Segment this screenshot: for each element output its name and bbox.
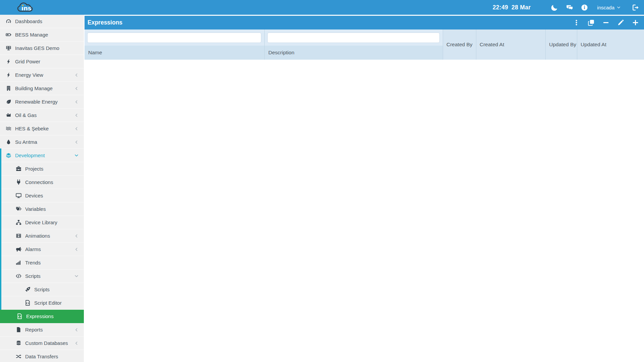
sidebar-item-scripts[interactable]: Scripts <box>0 269 84 283</box>
file-code-icon <box>24 300 31 306</box>
sidebar-item-label: Building Manage <box>15 85 53 91</box>
sidebar-item-reports[interactable]: Reports <box>0 323 84 337</box>
solar-panel-icon <box>5 45 12 51</box>
sidebar-item-label: Su Arıtma <box>15 139 37 145</box>
sidebar-item-label: Data Transfers <box>25 354 58 359</box>
chevron-left-icon <box>74 341 78 345</box>
chevron-left-icon <box>74 140 78 144</box>
chevron-left-icon <box>74 73 78 77</box>
hamburger-menu-icon[interactable] <box>3 3 11 11</box>
toolbar-plus-button[interactable] <box>632 19 639 26</box>
logout-icon[interactable] <box>631 3 639 11</box>
chevron-left-icon <box>74 127 78 131</box>
sidebar-item-data-transfers[interactable]: Data Transfers <box>0 350 84 362</box>
chevron-left-icon <box>74 100 78 104</box>
sidebar-item-development[interactable]: Development <box>0 149 84 162</box>
column-header-updated-by[interactable]: Updated By <box>545 29 577 60</box>
toolbar-ellipsis-v-button[interactable] <box>573 19 580 26</box>
info-icon[interactable] <box>580 3 588 11</box>
sidebar-item-label: Development <box>15 153 45 158</box>
messages-chat-icon[interactable] <box>566 3 574 11</box>
sidebar-item-label: Scripts <box>25 273 41 279</box>
toolbar-minus-button[interactable] <box>602 19 609 26</box>
sidebar-item-su-ar-tma[interactable]: Su Arıtma <box>0 135 84 149</box>
topbar: ıns 22:4928 Mar inscada <box>0 0 644 15</box>
plug-icon <box>15 179 22 185</box>
table-body-empty <box>85 60 644 362</box>
column-header-name[interactable]: Name <box>85 46 264 60</box>
chevron-down-icon <box>74 154 78 158</box>
sidebar-item-connections[interactable]: Connections <box>0 176 84 189</box>
sidebar-item-label: Scripts <box>34 287 50 292</box>
panel-header: Expressions <box>85 16 644 29</box>
table-header-row: NameDescriptionCreated ByCreated AtUpdat… <box>85 29 644 60</box>
code-icon <box>15 273 22 279</box>
monitor-icon <box>15 193 22 198</box>
sidebar-item-dashboards[interactable]: Dashboards <box>0 15 84 28</box>
column-header-updated-at[interactable]: Updated At <box>577 29 644 60</box>
sidebar-item-devices[interactable]: Devices <box>0 189 84 202</box>
sidebar-item-label: Projects <box>25 166 43 172</box>
sidebar-item-label: Dashboards <box>15 18 42 24</box>
sidebar-item-label: Inavitas GES Demo <box>15 45 59 51</box>
user-menu-label: inscada <box>597 5 614 10</box>
sidebar-item-hes-ebeke[interactable]: HES & Şebeke <box>0 122 84 135</box>
dark-mode-moon-icon[interactable] <box>550 3 558 11</box>
sidebar-menu: DashboardsBESS ManageInavitas GES DemoGr… <box>0 15 84 362</box>
sidebar-item-expressions[interactable]: Expressions <box>0 310 84 323</box>
sidebar-item-renewable-energy[interactable]: Renewable Energy <box>0 95 84 109</box>
chevron-left-icon <box>74 328 78 332</box>
user-menu[interactable]: inscada <box>597 5 621 10</box>
column-header-description[interactable]: Description <box>265 46 443 60</box>
sidebar-item-label: Energy View <box>15 72 43 78</box>
toolbar-clone-button[interactable] <box>588 19 594 26</box>
sidebar-item-label: Custom Databases <box>25 340 68 346</box>
sidebar-item-label: Connections <box>25 179 53 185</box>
sidebar-item-energy-view[interactable]: Energy View <box>0 68 84 82</box>
sidebar-item-label: Reports <box>25 327 43 333</box>
chevron-down-icon <box>617 6 621 9</box>
sidebar-item-script-editor[interactable]: Script Editor <box>0 296 84 310</box>
sidebar-item-inavitas-ges-demo[interactable]: Inavitas GES Demo <box>0 42 84 55</box>
sidebar-item-oil-gas[interactable]: Oil & Gas <box>0 109 84 122</box>
sidebar-item-label: Variables <box>25 206 46 212</box>
sidebar-item-bess-manage[interactable]: BESS Manage <box>0 28 84 42</box>
clock-time: 22:49 <box>493 4 508 11</box>
sidebar-item-grid-power[interactable]: Grid Power <box>0 55 84 68</box>
sidebar-item-scripts[interactable]: Scripts <box>0 283 84 296</box>
sidebar-item-variables[interactable]: Variables <box>0 202 84 216</box>
sidebar-item-custom-databases[interactable]: Custom Databases <box>0 337 84 350</box>
column-header-created-by[interactable]: Created By <box>443 29 476 60</box>
sidebar-item-label: Device Library <box>25 220 57 225</box>
bolt-icon <box>5 59 12 64</box>
sidebar-item-label: BESS Manage <box>15 32 48 38</box>
file-code-icon <box>16 313 23 319</box>
database-icon <box>15 340 22 346</box>
chevron-left-icon <box>74 86 78 90</box>
sidebar-item-trends[interactable]: Trends <box>0 256 84 269</box>
sidebar-item-alarms[interactable]: Alarms <box>0 243 84 256</box>
sidebar-item-label: Oil & Gas <box>15 112 37 118</box>
filter-zone <box>85 29 264 46</box>
battery-icon <box>5 32 12 38</box>
chevron-down-icon <box>74 274 78 278</box>
toolbar-pencil-button[interactable] <box>617 19 624 26</box>
bullhorn-icon <box>15 246 22 252</box>
film-icon <box>15 233 22 239</box>
topbar-right-cluster: 22:4928 Mar inscada <box>493 3 639 11</box>
gauge-icon <box>5 18 12 24</box>
sidebar-item-animations[interactable]: Animations <box>0 229 84 243</box>
chevron-left-icon <box>74 247 78 251</box>
sidebar-item-projects[interactable]: Projects <box>0 162 84 176</box>
filter-description-input[interactable] <box>267 33 440 43</box>
filter-name-input[interactable] <box>87 33 261 43</box>
clock: 22:4928 Mar <box>493 4 531 11</box>
rocket-icon <box>24 287 31 292</box>
sidebar-item-building-manage[interactable]: Building Manage <box>0 82 84 95</box>
sidebar-item-device-library[interactable]: Device Library <box>0 216 84 229</box>
column-name: Name <box>85 29 264 60</box>
waves-icon <box>5 126 12 131</box>
briefcase-icon <box>15 166 22 172</box>
column-header-created-at[interactable]: Created At <box>476 29 545 60</box>
chevron-left-icon <box>74 113 78 117</box>
